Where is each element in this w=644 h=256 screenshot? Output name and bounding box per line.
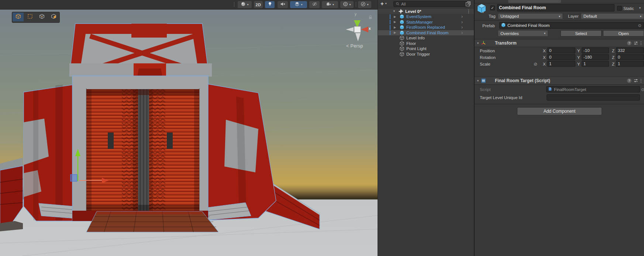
- scene-overlay-toolbar: [12, 12, 60, 23]
- position-x-field[interactable]: 0: [547, 48, 575, 53]
- collapse-triangle-icon[interactable]: ▼: [476, 79, 479, 83]
- transform-title: Transform: [495, 41, 517, 46]
- chevron-down-icon: ▾: [640, 15, 641, 18]
- hierarchy-item-firstroom-replaced[interactable]: ▶ FirstRoom Replaced ›: [378, 25, 474, 30]
- select-button[interactable]: Select: [561, 30, 602, 36]
- kebab-menu-icon[interactable]: ⋮: [466, 9, 471, 14]
- 2d-toggle-button[interactable]: 2D: [254, 1, 263, 8]
- camera-settings-button[interactable]: ▾: [322, 1, 338, 8]
- view-options-button[interactable]: ▾: [358, 1, 371, 8]
- pivot-cube-button[interactable]: [13, 13, 24, 21]
- light-bulb-icon: [268, 1, 272, 8]
- shaded-cube-button[interactable]: [48, 13, 59, 21]
- gizmo-sphere-icon: [343, 1, 348, 8]
- item-label: Combined Final Room: [406, 31, 448, 35]
- audio-mute-button[interactable]: [278, 1, 288, 8]
- presets-icon[interactable]: [633, 41, 638, 46]
- help-icon[interactable]: ?: [627, 78, 631, 83]
- perspective-toggle[interactable]: <Persp: [346, 43, 363, 49]
- constrain-proportions-icon[interactable]: ⊘: [534, 62, 537, 67]
- overrides-label: Overrides: [500, 31, 519, 36]
- rotation-x-field[interactable]: 0: [547, 54, 575, 60]
- final-room-target-header[interactable]: ▼ Final Room Target (Script) ? ⋮: [475, 77, 644, 85]
- expand-triangle-icon[interactable]: ▶: [394, 15, 396, 18]
- prefab-open-chevron[interactable]: ›: [461, 25, 463, 29]
- gray-cube-icon: [39, 14, 45, 21]
- scene-asset-icon: [398, 9, 403, 14]
- prefab-open-chevron[interactable]: ›: [461, 31, 463, 35]
- expand-triangle-icon[interactable]: ▶: [394, 31, 396, 34]
- 2d-label: 2D: [255, 3, 261, 7]
- collapse-triangle-icon[interactable]: ▼: [393, 10, 396, 13]
- axis-y-label: Y: [577, 55, 580, 60]
- static-checkbox[interactable]: [617, 6, 622, 11]
- axis-x-cone: [361, 27, 368, 32]
- presets-icon[interactable]: [633, 78, 638, 83]
- scene-picker-icon[interactable]: [465, 1, 471, 7]
- hierarchy-search-input[interactable]: All: [393, 1, 468, 7]
- hierarchy-item-eventsystem[interactable]: ▶ EventSystem ›: [378, 14, 474, 20]
- hierarchy-item-combined-final-room[interactable]: ▶ Combined Final Room ›: [378, 30, 474, 36]
- expand-triangle-icon[interactable]: ▶: [394, 26, 396, 29]
- prefab-open-chevron[interactable]: ›: [461, 20, 463, 24]
- rotation-label: Rotation: [480, 55, 496, 60]
- axis-z-label: Z: [612, 49, 614, 53]
- lighting-toggle-button[interactable]: [265, 1, 275, 8]
- overrides-dropdown[interactable]: Overrides ▾: [498, 30, 548, 36]
- help-icon[interactable]: ?: [627, 41, 631, 45]
- gizmos-button[interactable]: ▾: [340, 1, 354, 8]
- expand-triangle-icon[interactable]: ▶: [394, 20, 396, 24]
- active-checkbox[interactable]: ✓: [490, 6, 495, 10]
- rect-select-button[interactable]: [24, 13, 35, 21]
- kebab-menu-icon[interactable]: ⋮: [639, 78, 643, 83]
- create-object-button[interactable]: + ▾: [380, 1, 387, 6]
- effects-toggle-button[interactable]: ▾: [290, 1, 307, 8]
- hierarchy-item-floor[interactable]: Floor: [378, 41, 474, 46]
- hidden-objects-button[interactable]: [309, 1, 320, 8]
- hierarchy-item-level-info[interactable]: Level Info: [378, 35, 474, 41]
- chevron-down-icon: ▾: [385, 2, 387, 5]
- position-z-field[interactable]: 332: [616, 48, 644, 53]
- add-component-button[interactable]: Add Component: [517, 107, 602, 115]
- target-level-unique-id-field[interactable]: [547, 94, 640, 101]
- lock-icon[interactable]: [368, 15, 373, 20]
- script-object-field[interactable]: FinalRoomTarget: [546, 86, 640, 92]
- inspector-clipped-header: [475, 0, 644, 3]
- object-picker-icon[interactable]: ⊙: [641, 87, 644, 92]
- wire-cube-button[interactable]: [36, 13, 47, 21]
- axis-x-label: X: [543, 55, 546, 60]
- search-filter-text: All: [401, 2, 406, 6]
- static-label: Static: [623, 6, 634, 11]
- toolbar-drag-handle[interactable]: [234, 2, 234, 7]
- object-picker-icon[interactable]: ⊙: [638, 23, 641, 28]
- layer-dropdown[interactable]: Default ▾: [581, 13, 644, 19]
- prefab-open-chevron[interactable]: ›: [461, 14, 463, 19]
- rotation-z-field[interactable]: 0: [616, 54, 644, 60]
- scale-y-field[interactable]: 1: [582, 61, 609, 67]
- hierarchy-item-point-light[interactable]: Point Light: [378, 46, 474, 52]
- icon-dropdown-triangle[interactable]: ▾: [482, 11, 484, 14]
- hierarchy-panel: + ▾ All ▼ Level 0* ⋮ ▶: [378, 0, 474, 256]
- script-label: Script: [480, 87, 490, 92]
- persp-text: Persp: [351, 43, 363, 49]
- tag-dropdown[interactable]: Untagged ▾: [498, 13, 563, 19]
- kebab-menu-icon[interactable]: ⋮: [639, 41, 643, 46]
- draw-mode-button[interactable]: ▾: [238, 1, 252, 8]
- scene-row-level0[interactable]: ▼ Level 0* ⋮: [378, 8, 474, 14]
- scale-z-field[interactable]: 1: [616, 61, 644, 67]
- rotation-y-field[interactable]: -180: [582, 54, 609, 60]
- position-y-field[interactable]: -10: [582, 48, 609, 53]
- hierarchy-item-statsmanager[interactable]: ▶ StatsManager ›: [378, 20, 474, 25]
- speaker-muted-icon: [280, 1, 285, 8]
- scene-3d-render[interactable]: [0, 0, 378, 256]
- collapse-triangle-icon[interactable]: ▼: [476, 42, 479, 45]
- scene-view[interactable]: ▾ 2D ▾: [0, 0, 378, 256]
- static-dropdown-icon[interactable]: ▾: [639, 6, 641, 10]
- scale-x-field[interactable]: 1: [547, 61, 575, 67]
- prefab-object-field[interactable]: Combined Final Room ⊙: [499, 22, 644, 29]
- item-label: Level Info: [406, 36, 425, 40]
- object-name-field[interactable]: Combined Final Room: [497, 4, 614, 11]
- hierarchy-item-door-trigger[interactable]: Door Trigger: [378, 52, 474, 57]
- open-button[interactable]: Open: [603, 30, 644, 36]
- transform-header[interactable]: ▼ Transform ? ⋮: [475, 39, 644, 47]
